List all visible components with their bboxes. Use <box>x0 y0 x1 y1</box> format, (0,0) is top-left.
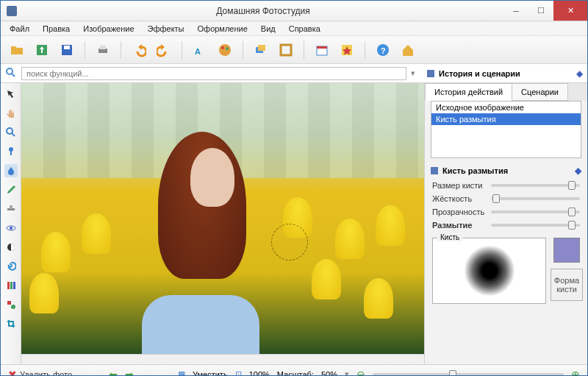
print-button[interactable] <box>93 40 113 60</box>
import-button[interactable] <box>32 40 52 60</box>
window-title: Домашняя Фотостудия <box>23 6 503 16</box>
pointer-tool[interactable] <box>4 88 18 101</box>
svg-rect-29 <box>10 282 12 289</box>
blur-tool[interactable] <box>4 164 18 177</box>
history-tabs: История действий Сценарии <box>425 83 587 101</box>
horizontal-scrollbar[interactable] <box>21 354 424 364</box>
clone-tool[interactable] <box>4 202 18 216</box>
history-panel-title: История и сценарии <box>439 69 520 78</box>
svg-rect-30 <box>13 282 15 289</box>
fit-button[interactable]: Уместить <box>193 370 228 377</box>
zoom-tool[interactable] <box>4 126 18 139</box>
history-list: Исходное изображение Кисть размытия <box>431 101 581 158</box>
levels-tool[interactable] <box>4 279 18 292</box>
delete-icon: ✖ <box>8 369 17 377</box>
search-dropdown-icon[interactable]: ▾ <box>411 68 415 78</box>
hand-tool[interactable] <box>4 107 18 120</box>
next-button[interactable]: ➡ <box>125 369 134 377</box>
zoom-slider[interactable] <box>373 373 564 376</box>
svg-text:?: ? <box>381 46 386 55</box>
svg-line-18 <box>12 74 15 77</box>
canvas-area <box>21 83 424 364</box>
contrast-tool[interactable] <box>4 241 18 254</box>
scale-value: 50% <box>321 370 337 377</box>
tab-history[interactable]: История действий <box>425 83 512 101</box>
svg-rect-13 <box>317 46 327 49</box>
tab-scenarios[interactable]: Сценарии <box>512 83 568 101</box>
menu-effects[interactable]: Эффекты <box>142 23 190 35</box>
fit-icon: ▦ <box>178 369 185 376</box>
menu-file[interactable]: Файл <box>4 23 35 35</box>
menu-image[interactable]: Изображение <box>77 23 140 35</box>
brush-color-button[interactable] <box>553 238 580 263</box>
svg-rect-4 <box>100 46 106 49</box>
home-button[interactable] <box>398 40 418 60</box>
left-toolbox <box>1 83 21 364</box>
maximize-button[interactable]: ☐ <box>528 1 553 21</box>
shapes-tool[interactable] <box>4 298 18 311</box>
history-item[interactable]: Исходное изображение <box>431 102 581 113</box>
main-toolbar: A ? <box>1 36 587 64</box>
blur-slider[interactable] <box>491 224 580 227</box>
search-input[interactable] <box>21 67 406 80</box>
svg-point-26 <box>10 227 12 230</box>
zoom-in-button[interactable]: ⊕ <box>571 369 580 377</box>
zoom-out-button[interactable]: ⊖ <box>356 369 365 377</box>
svg-point-6 <box>219 44 231 56</box>
photo-content <box>21 83 424 354</box>
svg-rect-31 <box>7 301 11 305</box>
svg-rect-24 <box>10 205 12 209</box>
app-icon <box>7 6 17 16</box>
star-button[interactable] <box>337 40 357 60</box>
brush-preview: Кисть <box>432 238 546 304</box>
swirl-tool[interactable] <box>4 260 18 273</box>
menu-help[interactable]: Справка <box>283 23 326 35</box>
menu-decor[interactable]: Оформление <box>192 23 254 35</box>
svg-rect-11 <box>281 45 291 55</box>
collapse-icon[interactable]: ◆ <box>576 68 583 79</box>
svg-point-32 <box>11 305 15 309</box>
save-button[interactable] <box>57 40 77 60</box>
history-item[interactable]: Кисть размытия <box>431 113 581 125</box>
section-icon <box>431 167 438 174</box>
titlebar: Домашняя Фотостудия ─ ☐ ✕ <box>1 1 587 21</box>
brush-shape-button[interactable]: Форма кисти <box>551 269 583 301</box>
brush-tool[interactable] <box>4 145 18 158</box>
svg-point-17 <box>7 68 12 74</box>
menu-view[interactable]: Вид <box>255 23 282 35</box>
text-button[interactable]: A <box>190 40 210 60</box>
zoom100-button[interactable]: 100% <box>249 370 270 377</box>
size-slider[interactable] <box>491 184 580 187</box>
hardness-label: Жёсткость <box>432 194 485 203</box>
close-button[interactable]: ✕ <box>553 1 587 21</box>
menu-edit[interactable]: Правка <box>37 23 76 35</box>
prev-button[interactable]: ⬅ <box>109 369 118 377</box>
opacity-label: Прозрачность <box>432 207 485 216</box>
search-bar: ▾ История и сценарии ◆ <box>1 64 587 83</box>
minimize-button[interactable]: ─ <box>503 1 528 21</box>
svg-text:A: A <box>195 47 201 56</box>
delete-photo-button[interactable]: ✖ Удалить фото <box>8 369 72 377</box>
palette-button[interactable] <box>215 40 235 60</box>
collapse-icon[interactable]: ◆ <box>575 166 581 176</box>
canvas[interactable] <box>21 83 424 354</box>
crop-tool[interactable] <box>4 317 18 330</box>
brush-cursor <box>271 224 308 260</box>
scale-dropdown-icon[interactable]: ▾ <box>345 369 349 376</box>
frame-button[interactable] <box>276 40 296 60</box>
hardness-slider[interactable] <box>491 197 580 200</box>
brush-section-title: Кисть размытия <box>442 166 508 175</box>
calendar-button[interactable] <box>312 40 332 60</box>
blur-label: Размытие <box>432 221 485 230</box>
size-label: Размер кисти <box>432 181 485 190</box>
eye-tool[interactable] <box>4 221 18 235</box>
open-button[interactable] <box>7 40 27 60</box>
brush-blob <box>464 245 515 297</box>
pencil-tool[interactable] <box>4 183 18 196</box>
redo-button[interactable] <box>154 40 174 60</box>
undo-button[interactable] <box>129 40 149 60</box>
help-button[interactable]: ? <box>373 40 393 60</box>
layers-button[interactable] <box>251 40 271 60</box>
svg-rect-22 <box>10 151 12 155</box>
opacity-slider[interactable] <box>491 210 580 213</box>
